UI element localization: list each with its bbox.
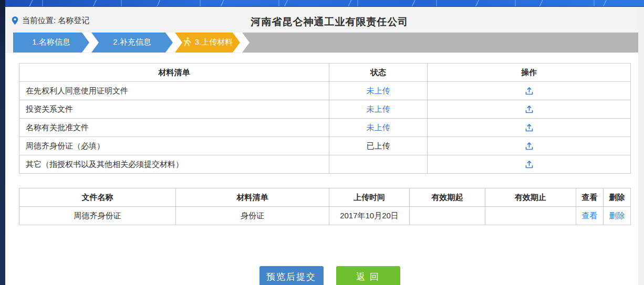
- col-material-list: 材料清单: [19, 64, 329, 82]
- col-action: 操作: [428, 64, 631, 82]
- back-button[interactable]: 返 回: [336, 266, 400, 285]
- material-name: 其它（指授权书以及其他相关必须提交材料）: [19, 155, 329, 174]
- tab-step-name-info[interactable]: 1.名称信息: [13, 33, 89, 52]
- files-header-row: 文件名称 材料清单 上传时间 有效期起 有效期止 查看 删除: [19, 188, 631, 207]
- file-upload-time: 2017年10月20日: [329, 207, 410, 225]
- table-row: 其它（指授权书以及其他相关必须提交材料）: [19, 155, 631, 174]
- tab-step-extra-info[interactable]: 2.补充信息: [91, 33, 173, 52]
- status-badge: 未上传: [367, 104, 390, 113]
- material-name: 名称有关批准文件: [19, 119, 329, 137]
- table-row: 周德齐身份证（必填） 已上传: [19, 137, 631, 155]
- col-upload-time: 上传时间: [329, 188, 410, 207]
- right-gutter: [638, 7, 644, 285]
- col-valid-from: 有效期起: [410, 188, 485, 207]
- status-badge: 未上传: [367, 86, 390, 95]
- file-material: 身份证: [176, 207, 329, 225]
- upload-icon[interactable]: [523, 85, 535, 97]
- upload-icon[interactable]: [523, 140, 535, 152]
- tab-step-upload-materials[interactable]: 3.上传材料: [175, 33, 240, 52]
- uploaded-files-table: 文件名称 材料清单 上传时间 有效期起 有效期止 查看 删除 周德齐身份证 身份…: [19, 188, 631, 225]
- step-remaining-track: [242, 33, 638, 52]
- action-button-row: 预览后提交 返 回: [21, 266, 638, 285]
- col-status: 状态: [329, 64, 428, 82]
- top-banner: [5, 0, 644, 7]
- step-progress: 1.名称信息 2.补充信息 3.上传材料: [13, 33, 638, 52]
- upload-icon[interactable]: [523, 122, 535, 133]
- col-material-list: 材料清单: [176, 188, 329, 207]
- content-panel: 当前位置: 名称登记 河南省昆仑神通工业有限责任公司 1.名称信息 2.补充信息: [5, 7, 638, 285]
- materials-header-row: 材料清单 状态 操作: [19, 64, 631, 82]
- col-view: 查看: [576, 188, 604, 207]
- preview-submit-button[interactable]: 预览后提交: [259, 266, 324, 285]
- col-valid-to: 有效期止: [485, 188, 576, 207]
- material-name: 投资关系文件: [19, 100, 329, 119]
- col-delete: 删除: [604, 188, 631, 207]
- view-link[interactable]: 查看: [582, 211, 598, 220]
- step-label: 2.补充信息: [113, 37, 151, 48]
- table-row: 投资关系文件 未上传: [19, 100, 631, 119]
- materials-table: 材料清单 状态 操作 在先权利人同意使用证明文件 未上传 投资关系文件 未上: [19, 63, 631, 174]
- table-row: 名称有关批准文件 未上传: [19, 119, 631, 137]
- upload-icon[interactable]: [523, 103, 535, 115]
- material-name: 周德齐身份证（必填）: [19, 137, 329, 155]
- status-badge: 未上传: [367, 123, 390, 132]
- col-file-name: 文件名称: [19, 188, 176, 207]
- walking-person-icon: [182, 37, 192, 49]
- delete-link[interactable]: 删除: [609, 211, 625, 220]
- step-label: 3.上传材料: [195, 37, 233, 48]
- file-valid-from: [410, 207, 485, 225]
- file-name: 周德齐身份证: [19, 207, 176, 225]
- file-valid-to: [485, 207, 576, 225]
- table-row: 在先权利人同意使用证明文件 未上传: [19, 82, 631, 100]
- step-label: 1.名称信息: [32, 37, 70, 48]
- page-title: 河南省昆仑神通工业有限责任公司: [21, 15, 638, 29]
- upload-icon[interactable]: [523, 159, 535, 170]
- page: 当前位置: 名称登记 河南省昆仑神通工业有限责任公司 1.名称信息 2.补充信息: [0, 0, 644, 285]
- table-row: 周德齐身份证 身份证 2017年10月20日 查看 删除: [19, 207, 631, 225]
- material-name: 在先权利人同意使用证明文件: [19, 82, 329, 100]
- location-pin-icon: [12, 16, 18, 25]
- header-row: 当前位置: 名称登记 河南省昆仑神通工业有限责任公司: [5, 14, 638, 30]
- status-badge: 已上传: [367, 141, 390, 150]
- left-navy-strip: [0, 0, 5, 285]
